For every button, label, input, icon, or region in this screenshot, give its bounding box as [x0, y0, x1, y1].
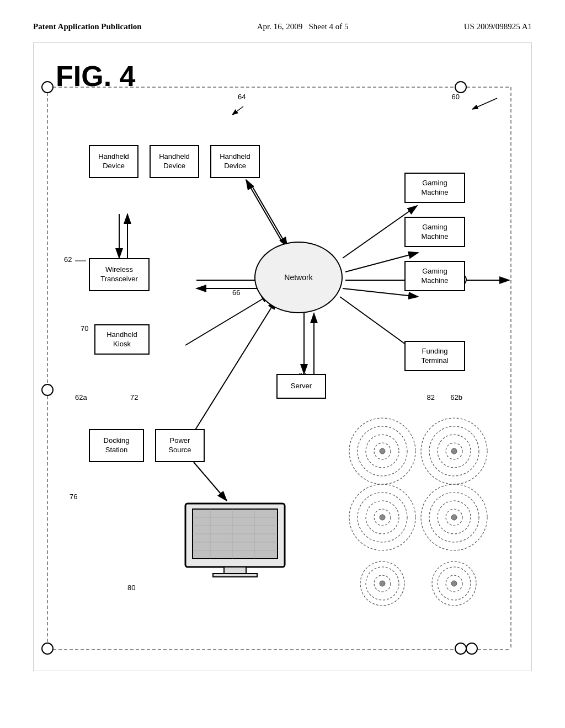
corner-circle-br: [455, 643, 467, 655]
corner-circle-tr: [455, 81, 467, 93]
ref-64: 64: [238, 93, 246, 101]
ref-62b: 62b: [450, 393, 462, 402]
handheld-device-2: Handheld Device: [150, 145, 199, 178]
ref-70: 70: [81, 324, 88, 333]
ref-80: 80: [127, 584, 135, 592]
wireless-transceiver: Wireless Transceiver: [89, 258, 150, 291]
svg-line-9: [252, 185, 287, 247]
svg-line-20: [194, 462, 227, 501]
server: Server: [276, 374, 326, 399]
network-node: Network: [254, 242, 343, 313]
corner-circle-br2: [466, 643, 478, 655]
handheld-device-3: Handheld Device: [210, 145, 260, 178]
ref-76: 76: [70, 493, 77, 501]
publication-label: Patent Application Publication: [33, 22, 142, 31]
ref-62: 62: [64, 255, 72, 264]
docking-station: Docking Station: [89, 429, 144, 462]
page-header: Patent Application Publication Apr. 16, …: [0, 0, 565, 37]
diagram-area: FIG. 4: [33, 42, 532, 671]
ref-62a: 62a: [75, 393, 87, 402]
figure-label: FIG. 4: [56, 60, 135, 93]
svg-line-17: [185, 294, 271, 345]
monitor-display: [183, 501, 287, 578]
ref-82: 82: [427, 393, 435, 402]
funding-terminal: Funding Terminal: [404, 341, 465, 371]
svg-point-58: [451, 515, 457, 520]
svg-rect-30: [213, 574, 257, 577]
patent-number: US 2009/098925 A1: [464, 22, 532, 31]
svg-point-43: [380, 448, 385, 454]
gaming-machine-2: Gaming Machine: [404, 217, 465, 247]
pub-date: Apr. 16, 2009: [257, 22, 303, 31]
svg-point-62: [380, 581, 385, 586]
ref-72: 72: [130, 393, 138, 402]
corner-circle-bl: [41, 643, 54, 655]
svg-rect-29: [224, 567, 246, 574]
gaming-machine-3: Gaming Machine: [404, 261, 465, 291]
corner-circle-lm: [41, 384, 54, 396]
power-source: Power Source: [155, 429, 205, 462]
handheld-device-1: Handheld Device: [89, 145, 138, 178]
svg-point-66: [451, 581, 457, 586]
svg-line-10: [246, 180, 282, 242]
ref-60: 60: [452, 93, 460, 101]
publication-date-sheet: Apr. 16, 2009 Sheet 4 of 5: [257, 22, 349, 31]
ref-66: 66: [232, 288, 240, 297]
sheet-info: Sheet 4 of 5: [309, 22, 349, 31]
corner-circle-tl: [41, 81, 54, 93]
handheld-kiosk: Handheld Kiosk: [94, 324, 150, 355]
wireless-signal-diagram: [338, 407, 504, 617]
gaming-machine-1: Gaming Machine: [404, 173, 465, 203]
svg-line-26: [185, 299, 276, 446]
svg-point-48: [451, 448, 457, 454]
svg-point-53: [380, 515, 385, 520]
svg-line-7: [472, 98, 497, 109]
svg-line-8: [232, 106, 243, 115]
